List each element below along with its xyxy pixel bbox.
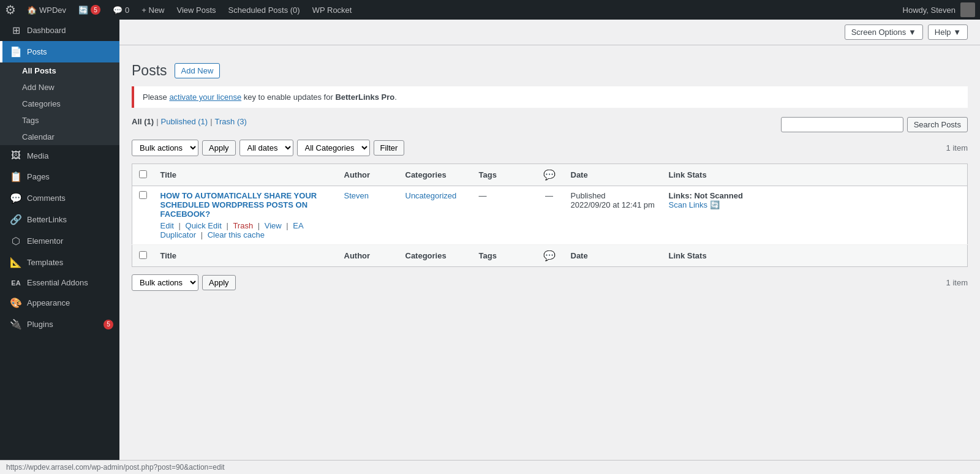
sidebar-item-add-new[interactable]: Add New <box>0 79 119 96</box>
adminbar-new[interactable]: + New <box>135 0 170 20</box>
sidebar-item-calendar[interactable]: Calendar <box>0 129 119 145</box>
sidebar-item-plugins[interactable]: 🔌 Plugins 5 <box>0 314 119 335</box>
sidebar-item-tags[interactable]: Tags <box>0 112 119 129</box>
help-button[interactable]: Help ▼ <box>928 24 968 40</box>
add-new-button[interactable]: Add New <box>175 63 221 78</box>
sidebar-item-label: Posts <box>27 47 47 56</box>
select-all-header <box>132 164 154 186</box>
adminbar-comments[interactable]: 💬 0 <box>107 0 135 20</box>
tags-column-header[interactable]: Tags <box>473 164 534 186</box>
dates-select[interactable]: All dates <box>239 140 293 156</box>
search-input[interactable] <box>781 117 903 132</box>
categories-column-header[interactable]: Categories <box>399 164 473 186</box>
sidebar-item-label: Pages <box>27 172 50 181</box>
screen-options-button[interactable]: Screen Options ▼ <box>845 24 923 40</box>
pages-icon: 📋 <box>10 171 22 182</box>
categories-select[interactable]: All Categories <box>297 140 370 156</box>
clear-cache-link[interactable]: Clear this cache <box>208 230 265 239</box>
select-all-checkbox-footer[interactable] <box>139 251 147 259</box>
author-column-footer[interactable]: Author <box>338 245 399 267</box>
categories-column-footer[interactable]: Categories <box>399 245 473 267</box>
post-title-link[interactable]: HOW TO AUTOMATICALLY SHARE YOUR SCHEDULE… <box>160 191 317 219</box>
trash-posts-link[interactable]: Trash (3) <box>215 117 247 126</box>
comments-column-header[interactable]: 💬 <box>534 164 565 186</box>
select-all-footer <box>132 245 154 267</box>
post-status-links: All (1) | Published (1) | Trash (3) <box>132 117 247 126</box>
row-checkbox-cell <box>132 186 154 245</box>
sidebar-item-posts[interactable]: 📄 Posts <box>0 41 119 62</box>
posts-icon: 📄 <box>10 46 22 58</box>
author-link[interactable]: Steven <box>344 191 369 200</box>
published-posts-link[interactable]: Published (1) <box>161 117 208 126</box>
bottom-tablenav: Bulk actions Apply 1 item <box>132 272 968 293</box>
sidebar-item-label: Dashboard <box>27 26 66 35</box>
wp-logo-icon[interactable]: ⚙ <box>5 2 16 17</box>
adminbar-view-posts[interactable]: View Posts <box>171 0 222 20</box>
view-link[interactable]: View <box>265 221 282 230</box>
ea-icon: EA <box>10 279 22 287</box>
author-column-header[interactable]: Author <box>338 164 399 186</box>
row-checkbox[interactable] <box>139 191 147 199</box>
post-categories-cell: Uncategorized <box>399 186 473 245</box>
all-posts-link[interactable]: All (1) <box>132 117 154 126</box>
select-all-checkbox[interactable] <box>139 170 147 178</box>
sidebar-item-categories[interactable]: Categories <box>0 96 119 112</box>
sidebar-item-betterlinks[interactable]: 🔗 BetterLinks <box>0 209 119 230</box>
sidebar-item-label: Media <box>27 151 48 160</box>
avatar[interactable] <box>960 2 975 17</box>
footer-url: https://wpdev.arrasel.com/wp-admin/post.… <box>6 463 225 472</box>
sidebar-item-elementor[interactable]: ⬡ Elementor <box>0 230 119 252</box>
adminbar-right: Howdy, Steven <box>903 2 975 17</box>
category-link[interactable]: Uncategorized <box>405 191 457 200</box>
apply-button-top[interactable]: Apply <box>202 140 236 156</box>
tags-column-footer[interactable]: Tags <box>473 245 534 267</box>
sidebar-item-comments[interactable]: 💬 Comments <box>0 187 119 209</box>
edit-link[interactable]: Edit <box>160 221 174 230</box>
activate-license-link[interactable]: activate your license <box>169 92 241 102</box>
scan-links-link[interactable]: Scan Links <box>669 200 708 209</box>
title-column-header[interactable]: Title <box>154 164 338 186</box>
bulk-actions-select-bottom[interactable]: Bulk actions <box>132 274 198 291</box>
linkstats-column-footer[interactable]: Link Stats <box>663 245 968 267</box>
comments-menu-icon: 💬 <box>10 192 22 204</box>
row-actions: Edit | Quick Edit | Trash | View | EA Du… <box>160 221 332 239</box>
post-linkstats-cell: Links: Not Scanned Scan Links 🔄 <box>663 186 968 245</box>
templates-icon: 📐 <box>10 257 22 268</box>
sidebar-item-essential-addons[interactable]: EA Essential Addons <box>0 273 119 292</box>
screen-options-bar: Screen Options ▼ Help ▼ <box>119 20 980 45</box>
wp-body-content: Posts Add New Please activate your licen… <box>119 45 980 310</box>
updates-icon: 🔄 <box>78 6 88 15</box>
adminbar-wp-rocket[interactable]: WP Rocket <box>306 0 358 20</box>
page-header: Posts Add New <box>132 51 968 86</box>
appearance-icon: 🎨 <box>10 297 22 309</box>
post-title-cell: HOW TO AUTOMATICALLY SHARE YOUR SCHEDULE… <box>154 186 338 245</box>
sidebar-item-pages[interactable]: 📋 Pages <box>0 166 119 187</box>
adminbar-scheduled-posts[interactable]: Scheduled Posts (0) <box>222 0 306 20</box>
top-tablenav: Bulk actions Apply All dates All Categor… <box>132 137 968 159</box>
adminbar-updates[interactable]: 🔄 5 <box>72 0 107 20</box>
title-column-footer[interactable]: Title <box>154 245 338 267</box>
trash-link[interactable]: Trash <box>233 221 253 230</box>
apply-button-bottom[interactable]: Apply <box>202 275 236 290</box>
sidebar-item-all-posts[interactable]: All Posts <box>0 62 119 79</box>
sidebar-item-label: BetterLinks <box>27 215 67 224</box>
date-column-header[interactable]: Date <box>565 164 663 186</box>
sidebar-item-media[interactable]: 🖼 Media <box>0 145 119 166</box>
date-column-footer[interactable]: Date <box>565 245 663 267</box>
comments-column-footer[interactable]: 💬 <box>534 245 565 267</box>
dashboard-icon: ⊞ <box>10 24 22 36</box>
item-count-bottom: 1 item <box>946 278 968 287</box>
sidebar-item-label: Plugins <box>27 320 53 329</box>
comment-bubble-icon-footer: 💬 <box>543 250 556 261</box>
search-posts-button[interactable]: Search Posts <box>907 117 968 132</box>
filter-button[interactable]: Filter <box>374 140 405 156</box>
sidebar-item-dashboard[interactable]: ⊞ Dashboard <box>0 20 119 41</box>
quick-edit-link[interactable]: Quick Edit <box>186 221 222 230</box>
adminbar-site[interactable]: 🏠 WPDev <box>21 0 72 20</box>
sidebar-item-label: Templates <box>27 258 63 267</box>
sidebar-item-appearance[interactable]: 🎨 Appearance <box>0 292 119 314</box>
comment-bubble-icon: 💬 <box>543 170 556 180</box>
linkstats-column-header[interactable]: Link Stats <box>663 164 968 186</box>
bulk-actions-select-top[interactable]: Bulk actions <box>132 140 198 156</box>
sidebar-item-templates[interactable]: 📐 Templates <box>0 252 119 273</box>
